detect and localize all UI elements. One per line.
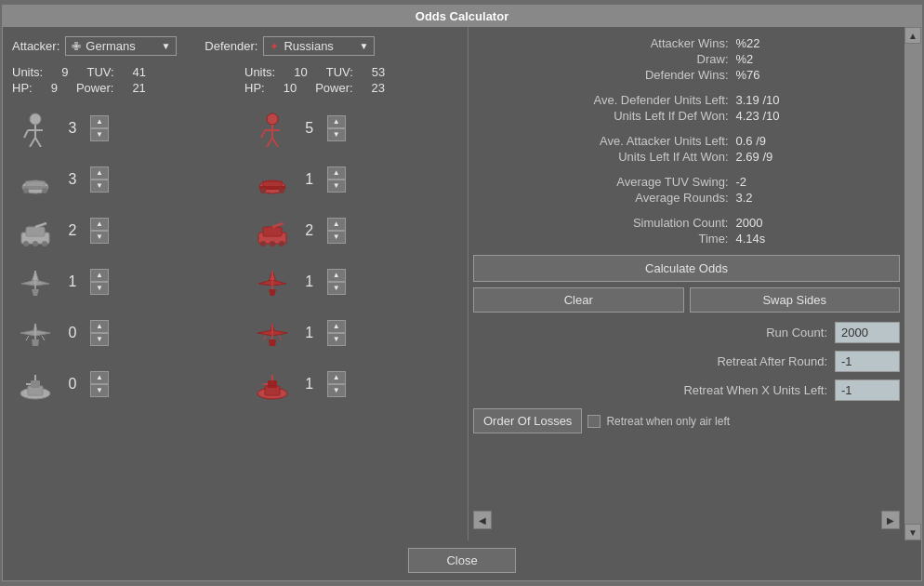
defender-units-list: 5 ▲ ▼	[249, 102, 458, 531]
defender-tank-icon	[249, 209, 296, 251]
def-bomber-svg	[254, 314, 291, 352]
attacker-fighter-spinner: ▲ ▼	[90, 269, 109, 295]
clear-button[interactable]: Clear	[473, 287, 684, 313]
units-left-def-won-label: Units Left If Def Won:	[473, 109, 729, 123]
attacker-marine-up[interactable]: ▲	[90, 166, 109, 180]
retreat-after-round-input[interactable]	[835, 351, 900, 372]
ave-def-left-value: 3.19 /10	[736, 93, 901, 107]
attacker-unit-4: 0 ▲ ▼	[12, 307, 221, 358]
svg-point-15	[33, 241, 38, 246]
attacker-infantry-down[interactable]: ▼	[90, 128, 109, 141]
attacker-tank-up[interactable]: ▲	[90, 218, 109, 231]
close-button[interactable]: Close	[408, 548, 515, 573]
defender-fighter-count: 1	[296, 273, 323, 290]
svg-line-37	[261, 130, 265, 138]
attacker-unit-3: 1 ▲ ▼	[12, 256, 221, 307]
defender-marine-count: 1	[296, 171, 323, 188]
retreat-air-checkbox[interactable]	[587, 415, 601, 428]
attacker-bomber-up[interactable]: ▲	[90, 320, 109, 333]
time-label: Time:	[473, 232, 729, 246]
scroll-down-button[interactable]: ▼	[904, 524, 921, 540]
bomber-svg	[17, 314, 54, 352]
defender-dropdown-arrow: ▼	[359, 41, 368, 51]
defender-unit-2: 2 ▲ ▼	[249, 205, 458, 256]
attacker-battleship-up[interactable]: ▲	[90, 371, 109, 384]
bottom-controls-row: Order Of Losses Retreat when only air le…	[473, 408, 900, 433]
svg-point-0	[30, 113, 41, 125]
attacker-dropdown[interactable]: ✙ Germans ▼	[65, 36, 177, 56]
attacker-infantry-count: 3	[59, 120, 86, 137]
attacker-marine-down[interactable]: ▼	[90, 180, 109, 193]
svg-point-14	[23, 241, 29, 246]
ave-att-left-value: 0.6 /9	[736, 134, 901, 148]
title-bar: Odds Calculator	[3, 6, 921, 27]
attacker-units-label: Units:	[12, 65, 43, 79]
defender-bomber-spinner: ▲ ▼	[327, 320, 346, 346]
svg-line-26	[42, 336, 45, 340]
defender-battleship-icon	[249, 363, 296, 405]
svg-line-25	[26, 336, 29, 340]
scroll-right-button[interactable]: ▶	[881, 511, 900, 529]
right-panel: Attacker Wins: %22 Draw: %2 Defender Win…	[468, 27, 904, 540]
defender-battleship-up[interactable]: ▲	[327, 371, 346, 384]
attacker-tank-down[interactable]: ▼	[90, 231, 109, 244]
defender-tuv-value: 53	[372, 65, 385, 79]
defender-bomber-down[interactable]: ▼	[327, 333, 346, 346]
scroll-track	[492, 511, 881, 529]
attacker-marine-icon	[12, 158, 59, 200]
svg-point-48	[279, 241, 284, 246]
units-left-att-won-value: 2.69 /9	[736, 150, 901, 164]
defender-battleship-down[interactable]: ▼	[327, 384, 346, 397]
svg-line-4	[35, 138, 41, 147]
defender-fighter-up[interactable]: ▲	[327, 269, 346, 282]
scroll-left-button[interactable]: ◀	[473, 511, 492, 529]
defender-unit-3: 1 ▲ ▼	[249, 256, 458, 307]
svg-marker-20	[32, 289, 39, 296]
attacker-battleship-down[interactable]: ▼	[90, 384, 109, 397]
attacker-fighter-down[interactable]: ▼	[90, 282, 109, 295]
svg-rect-61	[268, 380, 277, 388]
defender-tank-down[interactable]: ▼	[327, 231, 346, 244]
attacker-wins-label: Attacker Wins:	[473, 36, 729, 50]
attacker-tank-spinner: ▲ ▼	[90, 218, 109, 244]
svg-line-57	[263, 336, 266, 340]
defender-marine-icon	[249, 158, 296, 200]
defender-fighter-down[interactable]: ▼	[327, 282, 346, 295]
attacker-tank-count: 2	[59, 222, 86, 239]
attacker-bomber-down[interactable]: ▼	[90, 333, 109, 346]
defender-bomber-icon	[249, 312, 296, 353]
defender-infantry-down[interactable]: ▼	[327, 128, 346, 141]
retreat-when-x-input[interactable]	[835, 380, 900, 401]
attacker-hp-label: HP:	[12, 81, 33, 95]
defender-infantry-count: 5	[296, 120, 323, 137]
attacker-fighter-up[interactable]: ▲	[90, 269, 109, 282]
defender-infantry-up[interactable]: ▲	[327, 115, 346, 128]
defender-marine-down[interactable]: ▼	[327, 180, 346, 193]
svg-marker-52	[269, 289, 276, 296]
calculate-odds-button[interactable]: Calculate Odds	[473, 255, 900, 282]
swap-sides-button[interactable]: Swap Sides	[690, 287, 901, 313]
attacker-label: Attacker:	[12, 39, 59, 53]
defender-marine-up[interactable]: ▲	[327, 166, 346, 180]
defender-tank-up[interactable]: ▲	[327, 218, 346, 231]
fighter-svg	[17, 263, 54, 300]
order-of-losses-button[interactable]: Order Of Losses	[473, 408, 582, 433]
attacker-nation: Germans	[86, 39, 135, 53]
svg-line-3	[30, 138, 35, 147]
attacker-power-label: Power:	[76, 81, 113, 95]
defender-units-label: Units:	[244, 65, 275, 79]
defender-dropdown[interactable]: ✦ Russians ▼	[263, 36, 375, 56]
attacker-infantry-up[interactable]: ▲	[90, 115, 109, 128]
defender-bomber-up[interactable]: ▲	[327, 320, 346, 333]
scroll-up-button[interactable]: ▲	[904, 27, 921, 44]
attacker-bomber-spinner: ▲ ▼	[90, 320, 109, 346]
svg-line-36	[272, 138, 278, 147]
run-count-input[interactable]	[835, 322, 900, 343]
attacker-power-value: 21	[132, 81, 145, 95]
attacker-fighter-count: 1	[59, 273, 86, 290]
tank-svg	[17, 212, 54, 249]
svg-point-41	[260, 188, 266, 193]
retreat-air-label: Retreat when only air left	[606, 415, 730, 428]
svg-point-9	[23, 188, 29, 193]
marine-svg	[17, 161, 54, 198]
